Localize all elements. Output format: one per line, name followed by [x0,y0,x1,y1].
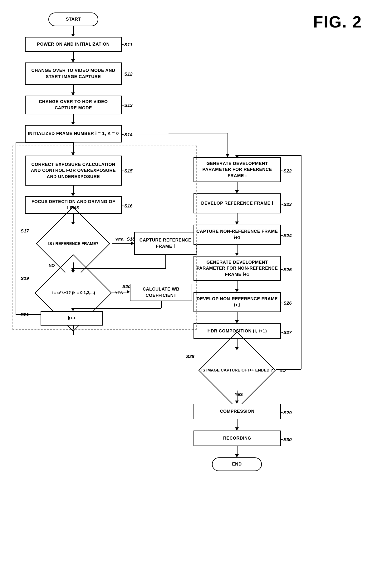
arrowhead-s30-end [235,454,239,457]
arrow-s17-yes-h [112,243,132,244]
s30-box: RECORDING [194,431,281,446]
s17-text: IS i REFERENCE FRAME? [48,241,98,247]
arrowhead-start-s11 [71,34,75,37]
s28-text: IS IMAGE CAPTURE OF i++ ENDED ? [201,368,273,373]
s17-yes-label: YES [115,237,124,242]
s24-label: S24 [283,233,292,238]
start-box: START [48,12,98,26]
s28-no-label: NO [280,368,286,373]
arrowhead-s12-s13 [71,92,75,96]
arrow-s19-yes-h [112,292,128,292]
diagram-container: FIG. 2 START POWER ON AND INITIALIZATION… [0,0,387,588]
s11-label: S11 [124,42,133,47]
s17-no-label: NO [49,263,55,268]
loop-top-h [16,142,73,143]
s26-box: DEVELOP NON-REFERENCE FRAME i+1 [194,292,281,312]
s30-label: S30 [283,437,292,442]
s14-box: INITIALIZED FRAME NUMBER i = 1, K = 0 [25,125,122,142]
s29-label: S29 [283,410,292,415]
arrowhead-s11-s12 [71,59,75,62]
s27-label: S27 [283,330,292,335]
s19-diamond: i = α*k+1? (k = 0,1,2,...) [34,272,112,313]
arrow-s28-no-h [276,369,301,370]
arrow-s20-s21-h [73,308,161,309]
s22-box: GENERATE DEVELOPMENT PARAMETER FOR REFER… [194,157,281,182]
arrowhead-s28-no-top [235,155,239,158]
s28-label: S28 [186,354,194,359]
arrow-s20-down [161,301,162,308]
arrowhead-s23-s24 [235,222,239,225]
s15-box: CORRECT EXPOSURE CALCULATION AND CONTROL… [25,156,122,186]
end-box: END [212,457,262,471]
arrowhead-s17-yes [131,242,134,245]
arrowhead-s25-s26 [235,289,239,292]
s26-label: S26 [283,300,292,306]
arrow-s28-no-v [301,155,301,369]
s29-box: COMPRESSION [194,404,281,419]
arrowhead-s19-yes [127,290,130,294]
arrow-s14-right [122,134,169,134]
arrowhead-s26-s27 [235,320,239,323]
arrow-s14-s15 [73,142,74,154]
s21-label: S21 [21,312,29,317]
arrow-s21-down [73,326,74,335]
s20-box: CALCULATE WB COEFFICIENT [130,284,192,301]
s21-box: k++ [41,311,103,326]
s19-yes-label: YES [115,291,123,295]
figure-label: FIG. 2 [313,12,362,31]
arrowhead-top-right [226,154,229,157]
s18-box: CAPTURE REFERENCE FRAME i [134,232,197,255]
arrowhead-s20-s21 [71,308,75,311]
s28-diamond: IS IMAGE CAPTURE OF i++ ENDED ? [198,350,276,391]
s13-box: CHANGE OVER TO HDR VIDEO CAPTURE MODE [25,96,122,114]
s12-box: CHANGE OVER TO VIDEO MODE AND START IMAG… [25,62,122,85]
loop-left-bracket [16,142,16,314]
s23-label: S23 [283,202,292,207]
arrowhead-s29-s30 [235,427,239,431]
arrowhead-s14-s15 [71,152,75,156]
arrowhead-s28-yes [235,401,239,404]
s18-label: S18 [127,236,135,242]
arrowhead-s22-s23 [235,190,239,193]
arrowhead-s15-s16 [71,193,75,196]
arrowhead-s13-s14 [71,122,75,125]
arrow-top-right-v [228,133,228,155]
s19-text: i = α*k+1? (k = 0,1,2,...) [51,290,95,296]
s13-label: S13 [124,102,133,108]
arrow-s18-down [165,255,166,269]
arrowhead-s24-s25 [235,253,239,256]
s23-box: DEVELOP REFERENCE FRAME i [194,193,281,213]
s17-label: S17 [21,228,29,233]
arrow-s28-yes [237,391,238,402]
arrow-s28-no-top-h [237,155,301,156]
s19-label: S19 [21,276,29,281]
s16-label: S16 [124,203,133,208]
s25-label: S25 [283,267,292,272]
arrow-top-right-h [169,133,228,133]
s24-box: CAPTURE NON-REFERENCE FRAME i+1 [194,225,281,245]
s22-label: S22 [283,168,292,173]
s20-label: S20 [122,284,131,289]
s15-label: S15 [124,168,133,173]
s11-box: POWER ON AND INITIALIZATION [25,37,122,52]
s12-label: S12 [124,71,133,77]
s14-label: S14 [124,132,133,137]
s25-box: GENERATE DEVELOPMENT PARAMETER FOR NON-R… [194,256,281,281]
s28-yes-label: YES [235,392,243,397]
